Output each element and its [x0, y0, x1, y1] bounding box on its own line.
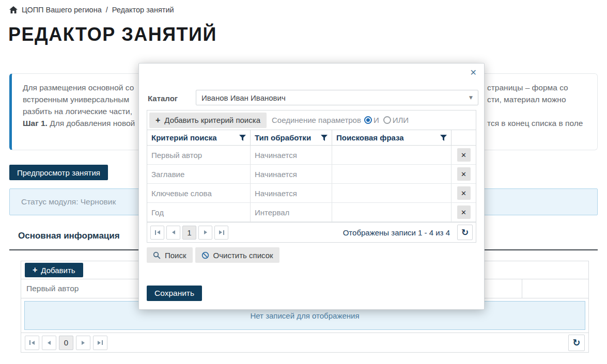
search-criteria-widget: + Добавить критерий поиска Соединение па…: [147, 110, 476, 243]
radio-or[interactable]: ИЛИ: [383, 116, 409, 124]
criteria-toolbar: + Добавить критерий поиска Соединение па…: [147, 110, 476, 130]
close-icon: ✕: [461, 170, 466, 178]
radio-or-label: ИЛИ: [393, 116, 409, 124]
criterion-cell: Заглавие: [147, 165, 251, 183]
info-line-2-right: сти, материал можно: [487, 93, 566, 105]
actions-cell: ✕: [452, 184, 476, 202]
criteria-row: Ключевые слова Начинается ✕: [147, 184, 476, 203]
criteria-row: Год Интервал ✕: [147, 203, 476, 222]
first-page-button[interactable]: [150, 226, 164, 240]
criteria-row: Первый автор Начинается ✕: [147, 146, 476, 165]
current-page-button[interactable]: 0: [59, 336, 73, 350]
criteria-row: Заглавие Начинается ✕: [147, 165, 476, 184]
home-icon[interactable]: [9, 6, 18, 13]
next-page-button[interactable]: [76, 336, 90, 350]
first-page-button[interactable]: [25, 336, 39, 350]
last-page-button[interactable]: [93, 336, 107, 350]
column-title: Поисковая фраза: [336, 133, 404, 142]
add-criterion-button[interactable]: + Добавить критерий поиска: [149, 113, 267, 128]
phrase-cell[interactable]: [332, 203, 452, 221]
search-dialog: ✕ Каталог Иванов Иван Иванович ▼ + Добав…: [138, 63, 485, 310]
radio-and-label: И: [373, 116, 379, 124]
search-icon: [153, 251, 161, 259]
refresh-icon: ↻: [461, 228, 469, 237]
close-icon: ✕: [461, 151, 466, 159]
catalog-select[interactable]: Иванов Иван Иванович ▼: [196, 90, 478, 105]
phrase-cell[interactable]: [332, 146, 452, 164]
info-line-1-right: страницы – форма со: [487, 82, 568, 93]
column-title: Тип обработки: [255, 133, 311, 142]
catalog-label: Каталог: [148, 94, 178, 103]
breadcrumb-separator: /: [106, 6, 108, 14]
actions-cell: ✕: [452, 203, 476, 221]
criterion-cell: Год: [147, 203, 251, 221]
breadcrumb-current: Редактор занятий: [112, 6, 174, 14]
prev-page-button[interactable]: [42, 336, 56, 350]
prev-page-button[interactable]: [166, 226, 180, 240]
chevron-down-icon: ▼: [469, 95, 473, 100]
refresh-button[interactable]: ↻: [457, 225, 473, 240]
filter-icon[interactable]: [321, 135, 328, 141]
step-label: Шаг 1.: [23, 119, 48, 128]
criterion-cell: Ключевые слова: [147, 184, 251, 202]
breadcrumb: ЦОПП Вашего региона / Редактор занятий: [9, 6, 174, 14]
actions-cell: ✕: [452, 146, 476, 164]
ban-icon: [201, 251, 209, 259]
filter-icon[interactable]: [440, 135, 447, 141]
close-dialog-button[interactable]: ✕: [470, 68, 477, 77]
criterion-cell: Первый автор: [147, 146, 251, 164]
breadcrumb-link-home[interactable]: ЦОПП Вашего региона: [22, 6, 102, 14]
pager-info-text: Отображены записи 1 - 4 из 4: [343, 228, 450, 237]
info-line-4-right: тся в конец списка в поле: [487, 117, 583, 129]
delete-row-button[interactable]: ✕: [457, 148, 471, 162]
criteria-grid-pager: 1 Отображены записи 1 - 4 из 4 ↻: [147, 222, 476, 242]
delete-row-button[interactable]: ✕: [457, 167, 471, 181]
column-header-criterion: Критерий поиска: [147, 130, 251, 145]
phrase-cell[interactable]: [332, 165, 452, 183]
connection-radio-group: И ИЛИ: [364, 116, 409, 124]
column-header-type: Тип обработки: [251, 130, 332, 145]
module-status-text: Статус модуля: Черновик: [21, 197, 116, 207]
actions-cell: ✕: [452, 165, 476, 183]
criteria-grid-header: Критерий поиска Тип обработки Поисковая …: [147, 130, 476, 146]
close-icon: ✕: [461, 209, 466, 216]
type-cell: Начинается: [251, 146, 332, 164]
refresh-button[interactable]: ↻: [568, 335, 585, 351]
type-cell: Начинается: [251, 165, 332, 183]
preview-lesson-button[interactable]: Предпросмотр занятия: [9, 165, 108, 180]
catalog-select-value: Иванов Иван Иванович: [201, 93, 286, 102]
delete-row-button[interactable]: ✕: [457, 205, 471, 219]
add-criterion-label: Добавить критерий поиска: [164, 116, 260, 124]
plus-icon: +: [33, 266, 37, 274]
phrase-cell[interactable]: [332, 184, 452, 202]
authors-header-empty-cell: [522, 279, 588, 298]
column-title: Критерий поиска: [151, 133, 217, 142]
close-icon: ✕: [470, 68, 477, 77]
filter-icon[interactable]: [239, 135, 246, 141]
add-author-label: Добавить: [41, 266, 75, 275]
add-author-button[interactable]: + Добавить: [25, 263, 83, 277]
delete-row-button[interactable]: ✕: [457, 186, 471, 200]
connection-params-label: Соединение параметров: [272, 116, 361, 124]
type-cell: Интервал: [251, 203, 332, 221]
info-line-4-text: Для добавления новой: [50, 119, 135, 128]
type-cell: Начинается: [251, 184, 332, 202]
page-title: РЕДАКТОР ЗАНЯТИЙ: [8, 24, 217, 45]
column-header-phrase: Поисковая фраза: [332, 130, 452, 145]
last-page-button[interactable]: [214, 226, 228, 240]
search-button-label: Поиск: [165, 251, 186, 260]
dialog-actions: Поиск Очистить список: [147, 247, 279, 263]
next-page-button[interactable]: [198, 226, 212, 240]
plus-icon: +: [155, 116, 160, 124]
radio-and[interactable]: И: [364, 116, 379, 124]
clear-list-button[interactable]: Очистить список: [195, 247, 279, 263]
refresh-icon: ↻: [572, 338, 580, 347]
save-button[interactable]: Сохранить: [147, 286, 202, 301]
current-page-button[interactable]: 1: [182, 226, 196, 240]
search-button[interactable]: Поиск: [147, 247, 193, 263]
authors-table-pager: 0 ↻: [21, 333, 588, 352]
clear-list-label: Очистить список: [213, 251, 273, 260]
radio-or-circle: [383, 116, 391, 124]
lesson-editor-page: ЦОПП Вашего региона / Редактор занятий Р…: [0, 0, 607, 364]
column-header-actions: [452, 130, 476, 145]
